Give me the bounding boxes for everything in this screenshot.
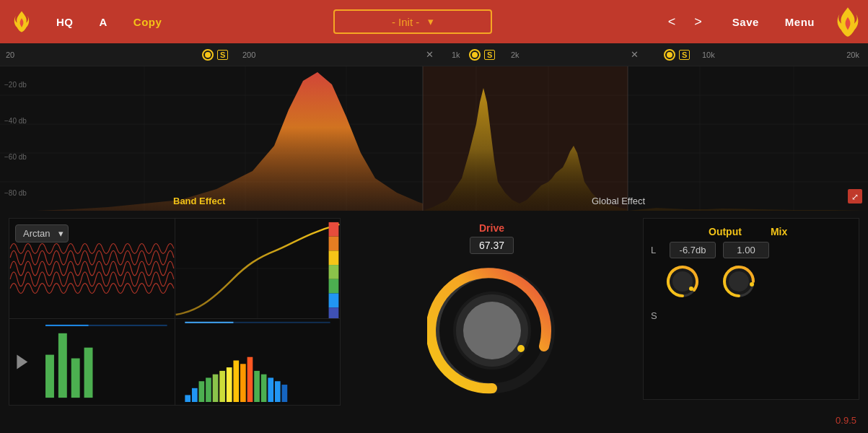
waveform-panel: Arctan <box>9 218 175 319</box>
mix-l-knob[interactable] <box>722 264 756 299</box>
svg-rect-13 <box>423 66 628 211</box>
svg-rect-45 <box>275 381 281 402</box>
drive-knob[interactable] <box>427 266 557 395</box>
freq-10k: 10k <box>696 51 721 59</box>
s-solo-2[interactable]: S <box>484 50 495 60</box>
svg-point-51 <box>463 302 521 359</box>
svg-rect-39 <box>233 361 239 403</box>
svg-rect-38 <box>227 367 232 402</box>
svg-rect-22 <box>329 279 339 294</box>
band-effect-label: Band Effect <box>173 196 225 206</box>
level-meter-display <box>9 319 175 405</box>
nav-arrows: < > <box>662 12 708 32</box>
s-label-right: S <box>651 310 662 321</box>
mix-l-value[interactable]: 1.00 <box>723 242 769 258</box>
db-labels: −20 db −40 db −60 db −80 db <box>4 66 27 211</box>
preset-dropdown-icon: ▾ <box>428 15 434 28</box>
version-bar: 0.9.5 <box>0 407 868 433</box>
drive-knob-container <box>427 266 557 395</box>
close-band-2[interactable]: ✕ <box>628 49 641 60</box>
svg-rect-34 <box>199 381 205 402</box>
svg-rect-28 <box>71 359 80 398</box>
global-effect-label: Global Effect <box>592 196 645 206</box>
svg-rect-20 <box>329 250 339 265</box>
svg-text:⤢: ⤢ <box>851 192 859 202</box>
right-panel-header: Output Mix <box>651 226 851 237</box>
svg-rect-19 <box>329 237 339 251</box>
svg-point-58 <box>750 282 754 287</box>
level-meter-panel <box>9 319 175 406</box>
preset-box[interactable]: - Init - ▾ <box>333 9 492 34</box>
close-band-1[interactable]: ✕ <box>423 49 437 60</box>
db-minus80: −80 db <box>4 189 27 197</box>
svg-rect-41 <box>247 357 253 402</box>
version-number: 0.9.5 <box>836 415 856 426</box>
power-button-2[interactable] <box>469 49 481 61</box>
svg-rect-23 <box>329 294 339 308</box>
arctan-dropdown[interactable]: Arctan <box>15 224 69 242</box>
resize-spectrum-button[interactable]: ⤢ <box>848 189 862 206</box>
flame-logo <box>7 7 36 36</box>
svg-rect-32 <box>185 395 190 402</box>
right-panel: Output Mix L -6.7db 1.00 <box>643 218 859 400</box>
svg-rect-24 <box>329 307 339 318</box>
spectrum-bars-display <box>175 319 340 402</box>
svg-rect-44 <box>268 377 273 402</box>
svg-rect-26 <box>45 355 54 398</box>
transfer-curve-display <box>175 219 340 318</box>
svg-rect-35 <box>206 377 211 402</box>
svg-rect-43 <box>261 375 267 402</box>
power-button-1[interactable] <box>202 49 214 61</box>
output-l-value[interactable]: -6.7db <box>670 242 716 258</box>
svg-rect-27 <box>58 333 67 398</box>
freq-200: 200 <box>237 51 261 59</box>
nav-next-button[interactable]: > <box>688 12 708 32</box>
menu-button[interactable]: Menu <box>772 0 828 43</box>
preset-name: - Init - <box>392 16 419 28</box>
left-panels: Arctan <box>9 218 341 400</box>
freq-2k: 2k <box>505 51 525 59</box>
svg-point-57 <box>729 271 749 292</box>
toolbar: HQ A Copy - Init - ▾ < > Save Menu <box>0 0 868 43</box>
svg-rect-29 <box>84 348 93 398</box>
spectrum-visualization <box>0 66 868 211</box>
svg-rect-21 <box>329 265 339 279</box>
analyzer-row: 20 S 200 ✕ 1k S 2k ✕ S 10k 20k <box>0 43 868 66</box>
copy-button[interactable]: Copy <box>120 0 175 43</box>
output-l-knob[interactable] <box>665 264 700 299</box>
svg-rect-33 <box>192 388 198 402</box>
s-row: S <box>651 310 851 321</box>
hq-button[interactable]: HQ <box>43 0 87 43</box>
brand-logo-right <box>835 9 861 35</box>
a-button[interactable]: A <box>87 0 120 43</box>
l-row: L -6.7db 1.00 <box>651 242 851 258</box>
svg-rect-36 <box>213 375 219 402</box>
l-label: L <box>651 245 662 255</box>
power-button-3[interactable] <box>664 49 675 61</box>
transfer-panel <box>175 218 341 319</box>
s-solo-1[interactable]: S <box>217 50 228 60</box>
drive-label: Drive <box>479 222 504 234</box>
save-button[interactable]: Save <box>719 0 772 43</box>
db-minus20: −20 db <box>4 81 27 89</box>
svg-point-55 <box>689 287 693 291</box>
nav-prev-button[interactable]: < <box>662 12 682 32</box>
band-power-group-2: S <box>469 49 495 61</box>
preset-selector[interactable]: - Init - ▾ <box>175 9 650 34</box>
band-power-group-3: S <box>664 49 690 61</box>
center-panel: Drive 67.37 <box>348 218 636 400</box>
freq-20: 20 <box>0 51 20 59</box>
bottom-left-panels <box>9 319 341 406</box>
output-knob-svg[interactable] <box>665 264 700 299</box>
mix-col-label: Mix <box>771 226 787 237</box>
main-panel: Arctan <box>0 211 868 407</box>
svg-rect-40 <box>240 364 246 402</box>
db-minus60: −60 db <box>4 153 27 161</box>
svg-rect-31 <box>45 325 88 326</box>
top-left-panels: Arctan <box>9 218 341 319</box>
drive-value[interactable]: 67.37 <box>470 237 514 254</box>
band-power-group: S <box>202 49 228 61</box>
mix-knob-svg[interactable] <box>722 264 756 299</box>
s-solo-3[interactable]: S <box>679 50 690 60</box>
spectrum-bars-panel <box>175 319 341 406</box>
